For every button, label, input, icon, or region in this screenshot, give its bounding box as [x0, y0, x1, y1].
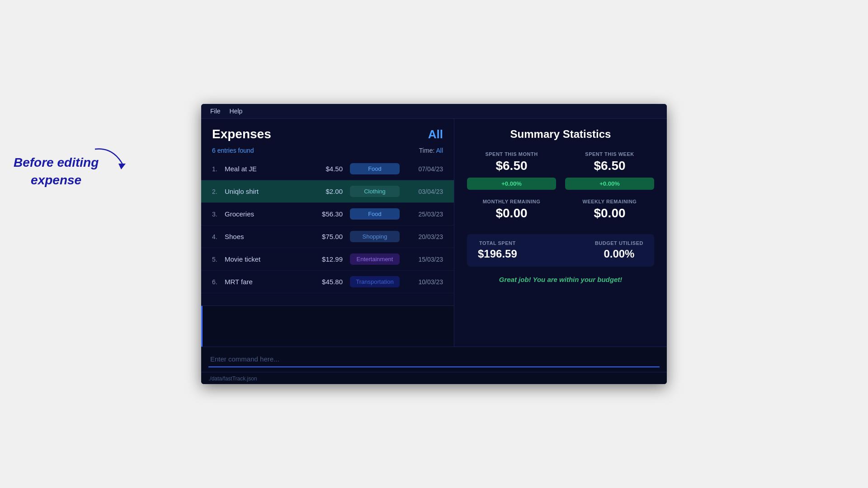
expenses-panel: Expenses All 6 entries found Time: All 1…: [201, 119, 454, 347]
expenses-header: Expenses All: [201, 119, 454, 145]
table-row[interactable]: 3. Groceries $56.30 Food 25/03/23: [201, 203, 454, 225]
status-bar: ./data/fastTrack.json: [201, 372, 667, 384]
row-num: 4.: [212, 233, 225, 240]
budget-utilised-block: BUDGET UTILISED 0.00%: [595, 240, 643, 260]
expense-date: 07/04/23: [407, 165, 443, 173]
stat-weekly-remaining: WEEKLY REMAINING $0.00: [565, 199, 654, 225]
total-spent-label: TOTAL SPENT: [479, 240, 516, 246]
summary-title: Summary Statistics: [467, 128, 654, 141]
expense-date: 25/03/23: [407, 211, 443, 218]
main-content: Expenses All 6 entries found Time: All 1…: [201, 119, 667, 347]
stat-label-spent-month: SPENT THIS MONTH: [485, 151, 538, 157]
expense-amount: $2.00: [307, 188, 343, 195]
row-num: 1.: [212, 165, 225, 173]
total-spent-block: TOTAL SPENT $196.59: [478, 240, 517, 260]
bottom-area: [201, 305, 454, 347]
expense-category: Entertainment: [350, 253, 400, 265]
stat-label-spent-week: SPENT THIS WEEK: [585, 151, 634, 157]
annotation-text: Before editing expense: [14, 154, 99, 189]
stat-value-monthly-remaining: $0.00: [495, 206, 527, 221]
menu-bar: File Help: [201, 104, 667, 119]
expense-amount: $4.50: [307, 165, 343, 173]
expense-amount: $56.30: [307, 210, 343, 218]
expense-name: Shoes: [225, 233, 307, 240]
row-num: 3.: [212, 211, 225, 218]
expense-category: Clothing: [350, 186, 400, 197]
expense-date: 10/03/23: [407, 278, 443, 286]
expense-name: Uniqlo shirt: [225, 188, 307, 195]
expense-list[interactable]: 1. Meal at JE $4.50 Food 07/04/23 2. Uni…: [201, 158, 454, 305]
expense-name: MRT fare: [225, 278, 307, 286]
expense-category: Transportation: [350, 276, 400, 287]
expense-name: Movie ticket: [225, 255, 307, 263]
stat-monthly-remaining: MONTHLY REMAINING $0.00: [467, 199, 556, 225]
expense-amount: $12.99: [307, 255, 343, 263]
expense-amount: $45.80: [307, 278, 343, 286]
budget-utilised-value: 0.00%: [604, 248, 634, 260]
output-panel: [201, 306, 454, 347]
total-row: TOTAL SPENT $196.59 BUDGET UTILISED 0.00…: [467, 234, 654, 267]
command-area: [201, 347, 667, 372]
summary-panel: Summary Statistics SPENT THIS MONTH $6.5…: [454, 119, 667, 347]
filter-all[interactable]: All: [428, 127, 443, 141]
command-input[interactable]: [208, 352, 660, 367]
row-num: 6.: [212, 278, 225, 286]
app-window: File Help Expenses All 6 entries found T…: [201, 104, 667, 384]
stat-label-weekly-remaining: WEEKLY REMAINING: [583, 199, 637, 204]
expense-category: Food: [350, 208, 400, 220]
expense-category: Food: [350, 163, 400, 174]
svg-marker-0: [118, 164, 126, 169]
expense-category: Shopping: [350, 231, 400, 242]
stat-badge-weekly: +0.00%: [565, 178, 654, 190]
time-filter: Time: All: [419, 147, 443, 154]
table-row[interactable]: 6. MRT fare $45.80 Transportation 10/03/…: [201, 271, 454, 293]
menu-help[interactable]: Help: [230, 108, 243, 115]
row-num: 5.: [212, 256, 225, 263]
stat-label-monthly-remaining: MONTHLY REMAINING: [483, 199, 541, 204]
entries-info: 6 entries found Time: All: [201, 145, 454, 158]
entries-count: 6 entries found: [212, 147, 254, 154]
table-row[interactable]: 2. Uniqlo shirt $2.00 Clothing 03/04/23: [201, 180, 454, 203]
annotation-arrow: [90, 145, 127, 174]
stats-grid: SPENT THIS MONTH $6.50 +0.00% SPENT THIS…: [467, 151, 654, 225]
total-spent-value: $196.59: [478, 248, 517, 260]
expenses-title: Expenses: [212, 127, 271, 141]
table-row[interactable]: 4. Shoes $75.00 Shopping 20/03/23: [201, 225, 454, 248]
stat-value-spent-month: $6.50: [495, 159, 527, 173]
expense-name: Groceries: [225, 210, 307, 218]
table-row[interactable]: 1. Meal at JE $4.50 Food 07/04/23: [201, 158, 454, 180]
row-num: 2.: [212, 188, 225, 195]
stat-value-weekly-remaining: $0.00: [594, 206, 625, 221]
budget-message: Great job! You are within your budget!: [467, 276, 654, 283]
expense-date: 20/03/23: [407, 233, 443, 240]
stat-badge-monthly: +0.00%: [467, 178, 556, 190]
budget-utilised-label: BUDGET UTILISED: [595, 240, 643, 246]
stat-value-spent-week: $6.50: [594, 159, 625, 173]
time-value[interactable]: All: [436, 147, 443, 154]
table-row[interactable]: 5. Movie ticket $12.99 Entertainment 15/…: [201, 248, 454, 271]
expense-date: 03/04/23: [407, 188, 443, 195]
menu-file[interactable]: File: [210, 108, 221, 115]
stat-spent-week: SPENT THIS WEEK $6.50 +0.00%: [565, 151, 654, 190]
status-filepath: ./data/fastTrack.json: [208, 375, 257, 382]
expense-name: Meal at JE: [225, 165, 307, 173]
expense-date: 15/03/23: [407, 256, 443, 263]
expense-amount: $75.00: [307, 233, 343, 240]
stat-spent-month: SPENT THIS MONTH $6.50 +0.00%: [467, 151, 556, 190]
